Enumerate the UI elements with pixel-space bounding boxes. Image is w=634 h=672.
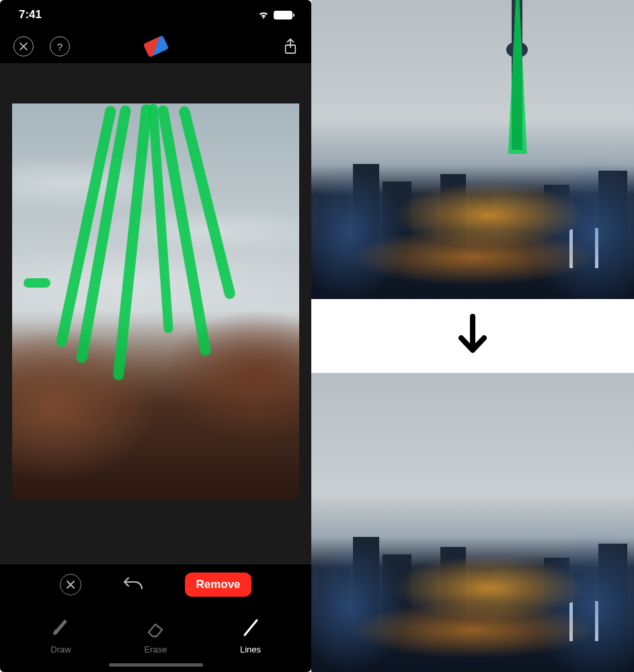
brush-icon: [50, 616, 73, 639]
arrow-down-icon: [454, 299, 491, 373]
share-icon: [283, 38, 298, 55]
comparison-panel: [311, 0, 634, 672]
undo-icon: [122, 574, 145, 593]
tool-erase[interactable]: Erase: [129, 616, 183, 655]
canvas-area[interactable]: [0, 63, 311, 564]
share-button[interactable]: [283, 38, 298, 55]
remove-button[interactable]: Remove: [185, 573, 251, 597]
edited-photo[interactable]: [12, 103, 299, 500]
question-icon: ?: [57, 41, 63, 52]
eraser-icon: [145, 616, 167, 639]
eraser-tool-icon[interactable]: [143, 35, 168, 57]
status-time: 7:41: [19, 8, 42, 22]
tool-label: Draw: [50, 644, 71, 655]
tool-lines[interactable]: Lines: [224, 616, 278, 655]
tool-row: Draw Erase Lines: [0, 605, 311, 672]
x-icon: [67, 581, 75, 589]
phone-frame: 7:41 ?: [0, 0, 311, 672]
nav-bar: ?: [0, 30, 311, 63]
mark-stroke: [24, 278, 50, 288]
tool-label: Erase: [145, 644, 167, 655]
after-image: [311, 373, 634, 672]
before-image: [311, 0, 634, 299]
undo-button[interactable]: [122, 574, 145, 595]
battery-icon: [274, 11, 292, 19]
action-row: Remove: [0, 564, 311, 605]
home-indicator[interactable]: [109, 663, 203, 667]
cancel-selection-button[interactable]: [60, 574, 81, 595]
tool-label: Lines: [240, 644, 261, 655]
close-button[interactable]: [13, 36, 34, 56]
wifi-icon: [257, 10, 270, 19]
line-icon: [239, 616, 262, 639]
tool-draw[interactable]: Draw: [34, 616, 88, 655]
help-button[interactable]: ?: [50, 36, 70, 56]
status-right: [257, 10, 292, 19]
status-bar: 7:41: [0, 0, 311, 30]
